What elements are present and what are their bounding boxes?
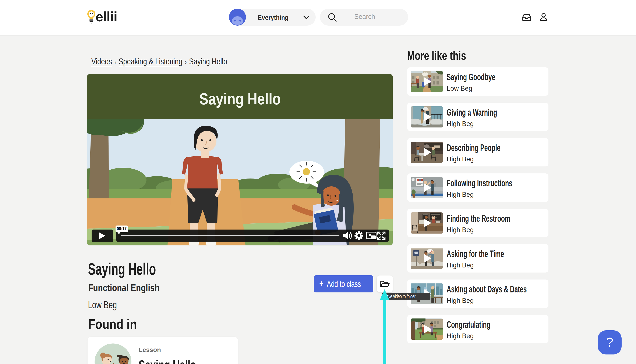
svg-text:00:17: 00:17	[117, 226, 127, 231]
svg-text:Saying Hello: Saying Hello	[199, 90, 281, 108]
